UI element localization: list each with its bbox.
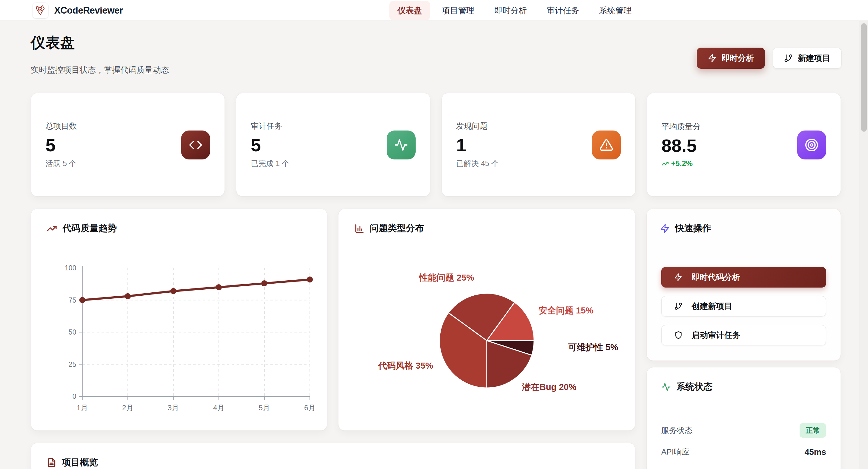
svg-text:50: 50: [68, 328, 76, 336]
issue-distribution-card: 问题类型分布 性能问题 25%安全问题 15%可维护性 5%潜在Bug 20%代…: [338, 209, 635, 431]
svg-text:6月: 6月: [304, 404, 315, 412]
svg-text:性能问题 25%: 性能问题 25%: [418, 273, 474, 282]
nav-item-dashboard[interactable]: 仪表盘: [390, 1, 430, 20]
zap-icon: [674, 273, 682, 282]
charts-row: 代码质量趋势 02550751001月2月3月4月5月6月 问题类型分布 性能问…: [31, 209, 841, 431]
stat-label: 平均质量分: [661, 122, 826, 132]
start-audit-task-button[interactable]: 启动审计任务: [661, 325, 826, 345]
project-overview-title: 项目概览: [62, 456, 98, 469]
new-project-button[interactable]: 新建项目: [773, 48, 841, 69]
right-column: 快速操作 即时代码分析 创建新项目: [647, 209, 841, 431]
svg-text:安全问题 15%: 安全问题 15%: [538, 306, 593, 315]
git-branch-icon: [784, 54, 793, 63]
phoenix-logo-icon: [33, 3, 48, 19]
svg-text:3月: 3月: [167, 404, 179, 412]
shield-icon: [674, 331, 683, 339]
svg-text:可维护性 5%: 可维护性 5%: [568, 342, 618, 352]
quality-trend-card: 代码质量趋势 02550751001月2月3月4月5月6月: [31, 209, 327, 431]
nav-item-projects[interactable]: 项目管理: [434, 1, 483, 20]
instant-analysis-button[interactable]: 即时分析: [697, 48, 765, 69]
quick-actions-title: 快速操作: [675, 222, 711, 234]
stat-label: 审计任务: [251, 121, 415, 131]
dashboard-page: XCodeReviewer 仪表盘 项目管理 即时分析 审计任务 系统管理 仪表…: [0, 0, 868, 469]
stat-label: 总项目数: [45, 121, 210, 131]
instant-code-analysis-button[interactable]: 即时代码分析: [661, 267, 826, 287]
line-chart-title: 代码质量趋势: [62, 222, 117, 234]
page-subtitle: 实时监控项目状态，掌握代码质量动态: [31, 64, 169, 75]
brand-name: XCodeReviewer: [54, 5, 123, 16]
api-response-row: API响应 45ms: [661, 447, 826, 457]
bar-chart-icon: [354, 223, 364, 233]
nav-item-audit-tasks[interactable]: 审计任务: [538, 1, 587, 20]
status-badge: 正常: [800, 423, 826, 438]
svg-text:2月: 2月: [122, 404, 133, 412]
svg-text:1月: 1月: [76, 404, 88, 412]
page-actions: 即时分析 新建项目: [697, 48, 841, 69]
file-text-icon: [47, 458, 56, 468]
system-status-card: 系统状态 服务状态 正常 API响应 45ms: [647, 367, 841, 469]
stat-sub: 活跃 5 个: [45, 159, 210, 168]
pie-chart-title: 问题类型分布: [370, 222, 424, 234]
main-nav: 仪表盘 项目管理 即时分析 审计任务 系统管理: [390, 0, 640, 21]
activity-icon: [387, 130, 415, 159]
pulse-icon: [661, 382, 671, 392]
create-new-project-button[interactable]: 创建新项目: [661, 296, 826, 316]
svg-text:4月: 4月: [213, 404, 224, 412]
project-overview-card: 项目概览: [31, 443, 635, 469]
svg-text:代码风格 35%: 代码风格 35%: [378, 361, 433, 370]
svg-text:0: 0: [72, 393, 76, 400]
alert-triangle-icon: [592, 130, 621, 159]
svg-text:5月: 5月: [258, 404, 270, 412]
svg-text:100: 100: [65, 264, 76, 272]
stat-card-issues-found: 发现问题 1 已解决 45 个: [441, 93, 636, 196]
stats-row: 总项目数 5 活跃 5 个 审计任务 5 已完成 1 个 发现问题 1 已解决 …: [31, 93, 841, 196]
issue-distribution-pie-chart: 性能问题 25%安全问题 15%可维护性 5%潜在Bug 20%代码风格 35%: [338, 233, 635, 429]
zap-icon: [660, 224, 670, 233]
scrollbar-thumb[interactable]: [861, 23, 867, 132]
stat-card-audit-tasks: 审计任务 5 已完成 1 个: [236, 93, 430, 196]
nav-item-instant-analysis[interactable]: 即时分析: [486, 1, 535, 20]
trend-up-icon: [661, 160, 669, 167]
stat-label: 发现问题: [456, 121, 621, 131]
svg-text:潜在Bug 20%: 潜在Bug 20%: [522, 382, 577, 392]
service-status-row: 服务状态 正常: [661, 423, 826, 438]
page-title: 仪表盘: [31, 33, 75, 53]
svg-text:75: 75: [68, 296, 76, 304]
svg-text:25: 25: [68, 361, 76, 368]
trending-up-icon: [47, 223, 57, 233]
stat-sub: 已完成 1 个: [251, 159, 415, 168]
git-branch-icon: [674, 302, 683, 310]
stat-card-avg-quality: 平均质量分 88.5 +5.2%: [647, 93, 841, 196]
nav-item-system-admin[interactable]: 系统管理: [591, 1, 640, 20]
brand: XCodeReviewer: [33, 0, 123, 21]
target-icon: [797, 130, 826, 159]
scrollbar-track[interactable]: [860, 21, 868, 469]
stat-trend: +5.2%: [661, 159, 826, 168]
system-status-title: 系统状态: [676, 381, 712, 393]
top-navigation-bar: XCodeReviewer 仪表盘 项目管理 即时分析 审计任务 系统管理: [0, 0, 868, 21]
zap-icon: [708, 54, 717, 63]
code-icon: [181, 130, 210, 159]
quality-trend-line-chart: 02550751001月2月3月4月5月6月: [31, 254, 327, 423]
stat-card-total-projects: 总项目数 5 活跃 5 个: [31, 93, 225, 196]
quick-actions-card: 快速操作 即时代码分析 创建新项目: [647, 209, 841, 361]
stat-sub: 已解决 45 个: [456, 159, 621, 168]
